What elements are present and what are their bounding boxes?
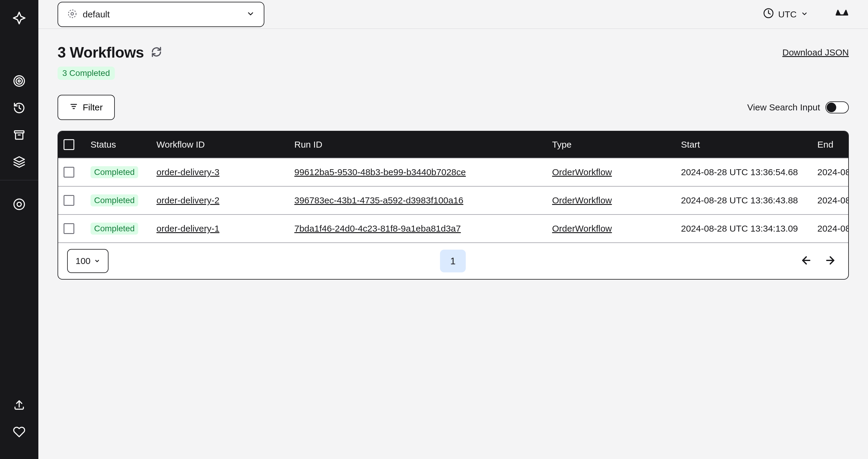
filter-label: Filter: [83, 102, 103, 113]
workflows-table: Status Workflow ID Run ID Type Start End…: [58, 131, 849, 280]
layers-icon[interactable]: [10, 153, 28, 171]
clock-icon: [763, 8, 774, 21]
chevron-down-icon: [801, 9, 808, 20]
run-id-link[interactable]: 7bda1f46-24d0-4c23-81f8-9a1eba81d3a7: [294, 224, 461, 233]
history-icon[interactable]: [10, 99, 28, 117]
workflow-id-link[interactable]: order-delivery-1: [156, 224, 219, 233]
col-header-workflow-id[interactable]: Workflow ID: [151, 132, 289, 158]
type-link[interactable]: OrderWorkflow: [552, 195, 612, 205]
col-header-start[interactable]: Start: [676, 132, 812, 158]
end-time: 2024-08-2: [817, 224, 849, 233]
page-title: 3 Workflows: [58, 44, 144, 61]
workflow-id-link[interactable]: order-delivery-3: [156, 167, 219, 177]
status-badge: Completed: [91, 166, 138, 178]
svg-point-8: [68, 10, 76, 18]
download-json-link[interactable]: Download JSON: [782, 48, 849, 58]
status-badge: Completed: [91, 194, 138, 206]
run-id-link[interactable]: 396783ec-43b1-4735-a592-d3983f100a16: [294, 195, 463, 205]
start-time: 2024-08-28 UTC 13:36:54.68: [681, 167, 798, 177]
col-header-run-id[interactable]: Run ID: [289, 132, 547, 158]
sidebar: [0, 0, 38, 459]
status-badge: Completed: [91, 223, 138, 235]
pagination: 100 1: [58, 242, 848, 279]
workflow-id-link[interactable]: order-delivery-2: [156, 195, 219, 205]
page-size-select[interactable]: 100: [67, 249, 108, 273]
refresh-button[interactable]: [151, 47, 162, 58]
timezone-select[interactable]: UTC: [763, 8, 808, 21]
table-row: Completed order-delivery-1 7bda1f46-24d0…: [58, 214, 849, 242]
row-checkbox[interactable]: [64, 223, 74, 234]
namespace-value: default: [83, 9, 241, 20]
end-time: 2024-08-2: [817, 195, 849, 205]
start-time: 2024-08-28 UTC 13:34:13.09: [681, 224, 798, 233]
next-page-button[interactable]: [821, 251, 839, 270]
select-all-checkbox[interactable]: [64, 139, 74, 150]
archive-icon[interactable]: [10, 126, 28, 144]
view-search-input-label: View Search Input: [747, 102, 820, 113]
col-header-status[interactable]: Status: [85, 132, 151, 158]
chevron-down-icon: [94, 256, 100, 266]
run-id-link[interactable]: 99612ba5-9530-48b3-be99-b3440b7028ce: [294, 167, 466, 177]
type-link[interactable]: OrderWorkflow: [552, 224, 612, 233]
chevron-down-icon: [246, 9, 255, 19]
view-search-input-toggle[interactable]: [826, 102, 849, 113]
svg-point-6: [14, 199, 25, 210]
svg-marker-5: [14, 157, 25, 162]
svg-point-2: [18, 80, 20, 82]
completed-summary-badge: 3 Completed: [58, 66, 115, 80]
prev-page-button[interactable]: [797, 251, 815, 270]
row-checkbox[interactable]: [64, 195, 74, 206]
table-row: Completed order-delivery-2 396783ec-43b1…: [58, 186, 849, 214]
logo-icon[interactable]: [10, 9, 28, 27]
topbar: default UTC: [38, 0, 868, 29]
col-header-type[interactable]: Type: [547, 132, 676, 158]
upload-icon[interactable]: [10, 396, 28, 414]
svg-point-1: [16, 78, 23, 84]
svg-point-9: [71, 12, 74, 15]
start-time: 2024-08-28 UTC 13:36:43.88: [681, 195, 798, 205]
glasses-icon[interactable]: [835, 7, 849, 22]
type-link[interactable]: OrderWorkflow: [552, 167, 612, 177]
current-page[interactable]: 1: [440, 250, 466, 272]
timezone-label: UTC: [778, 9, 797, 20]
target-icon[interactable]: [10, 72, 28, 90]
swirl-icon[interactable]: [10, 195, 28, 213]
filter-icon: [69, 102, 78, 113]
table-row: Completed order-delivery-3 99612ba5-9530…: [58, 158, 849, 186]
namespace-icon: [67, 9, 77, 20]
page-size-value: 100: [75, 256, 91, 266]
heart-icon[interactable]: [10, 423, 28, 441]
row-checkbox[interactable]: [64, 167, 74, 178]
col-header-end[interactable]: End: [812, 132, 849, 158]
end-time: 2024-08-2: [817, 167, 849, 177]
filter-button[interactable]: Filter: [58, 95, 115, 120]
namespace-select[interactable]: default: [58, 2, 265, 27]
